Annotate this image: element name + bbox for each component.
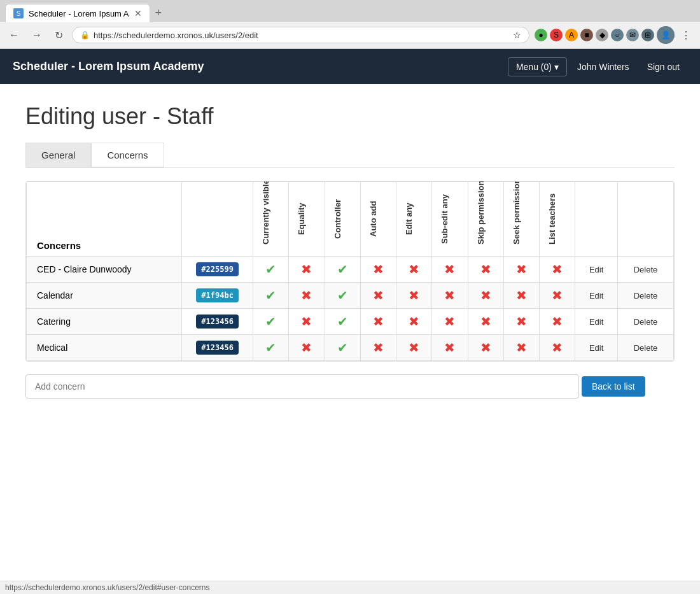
cross-icon: ✖ — [552, 341, 563, 355]
cross-icon: ✖ — [301, 315, 312, 329]
edit-cell: Edit — [575, 309, 618, 335]
extension-icon-6[interactable]: ✉ — [626, 29, 639, 41]
cross-icon: ✖ — [444, 288, 455, 302]
check-icon: ✔ — [337, 288, 348, 302]
cross-icon: ✖ — [516, 315, 527, 329]
cross-icon: ✖ — [409, 262, 419, 276]
new-tab-button[interactable]: + — [150, 4, 167, 22]
cross-cell: ✖ — [396, 309, 432, 335]
page-title: Editing user - Staff — [25, 103, 675, 130]
color-column-header — [182, 182, 253, 257]
edit-button[interactable]: Edit — [587, 316, 606, 328]
delete-cell: Delete — [617, 257, 673, 283]
chevron-down-icon: ▾ — [554, 62, 559, 72]
extension-icon-3[interactable]: ■ — [580, 29, 593, 41]
table-row: Medical#123456✔✖✔✖✖✖✖✖✖EditDelete — [27, 335, 674, 361]
check-cell: ✔ — [253, 283, 289, 309]
sign-out-button[interactable]: Sign out — [640, 58, 687, 76]
back-nav-button[interactable]: ← — [5, 27, 23, 43]
table-row: Calendar#1f94bc✔✖✔✖✖✖✖✖✖EditDelete — [27, 283, 674, 309]
tab-general[interactable]: General — [25, 143, 91, 167]
status-bar: https://schedulerdemo.xronos.uk/users/2/… — [0, 581, 700, 593]
tab-concerns[interactable]: Concerns — [91, 143, 164, 167]
cross-cell: ✖ — [468, 309, 503, 335]
extension-icon-5[interactable]: ○ — [611, 29, 624, 41]
cross-cell: ✖ — [289, 309, 325, 335]
check-cell: ✔ — [325, 283, 360, 309]
cross-cell: ✖ — [432, 257, 468, 283]
more-options-button[interactable]: ⋮ — [677, 27, 695, 44]
check-cell: ✔ — [253, 309, 289, 335]
back-to-list-button[interactable]: Back to list — [582, 376, 645, 397]
profile-icon[interactable]: ● — [535, 29, 547, 41]
cross-cell: ✖ — [503, 309, 539, 335]
cross-cell: ✖ — [432, 283, 468, 309]
star-icon[interactable]: ☆ — [513, 30, 521, 40]
tab-title: Scheduler - Lorem Ipsum A — [29, 9, 129, 18]
user-profile-icon[interactable]: 👤 — [657, 26, 675, 44]
col-header-equality: Equality — [294, 187, 309, 251]
tab-close-icon[interactable]: ✕ — [134, 8, 142, 18]
cross-cell: ✖ — [360, 335, 396, 361]
col-header-currently-visible: Currently visible — [258, 187, 273, 251]
delete-button[interactable]: Delete — [631, 342, 661, 354]
active-tab[interactable]: S Scheduler - Lorem Ipsum A ✕ — [5, 4, 150, 22]
cross-cell: ✖ — [289, 257, 325, 283]
cross-cell: ✖ — [503, 335, 539, 361]
col-header-seek-permission: Seek permission — [509, 187, 524, 251]
cross-cell: ✖ — [396, 257, 432, 283]
cross-cell: ✖ — [432, 335, 468, 361]
table-row: CED - Claire Dunwoody#225599✔✖✔✖✖✖✖✖✖Edi… — [27, 257, 674, 283]
concern-name: Medical — [27, 335, 182, 361]
cross-cell: ✖ — [360, 257, 396, 283]
edit-cell: Edit — [575, 283, 618, 309]
cross-cell: ✖ — [289, 283, 325, 309]
edit-button[interactable]: Edit — [587, 342, 606, 354]
check-cell: ✔ — [253, 335, 289, 361]
concern-name: CED - Claire Dunwoody — [27, 257, 182, 283]
cross-icon: ✖ — [373, 315, 384, 329]
menu-button[interactable]: Menu (0) ▾ — [508, 57, 567, 76]
cross-cell: ✖ — [468, 257, 503, 283]
col-header-list-teachers: List teachers — [545, 187, 559, 251]
check-icon: ✔ — [265, 315, 276, 329]
lock-icon: 🔒 — [80, 31, 90, 39]
cross-cell: ✖ — [289, 335, 325, 361]
extension-icon-7[interactable]: ⊞ — [641, 29, 654, 41]
edit-button[interactable]: Edit — [587, 290, 606, 302]
delete-button[interactable]: Delete — [631, 264, 661, 276]
cross-icon: ✖ — [444, 262, 455, 276]
concern-color: #1f94bc — [182, 283, 253, 309]
menu-label: Menu (0) — [516, 62, 552, 72]
delete-cell: Delete — [617, 283, 673, 309]
extension-icon-4[interactable]: ◆ — [596, 29, 608, 41]
cross-icon: ✖ — [409, 315, 419, 329]
cross-icon: ✖ — [444, 341, 455, 355]
add-concern-input[interactable] — [25, 374, 579, 399]
extension-icon-1[interactable]: S — [550, 29, 563, 41]
col-header-auto-add: Auto add — [366, 187, 381, 251]
concern-name: Catering — [27, 309, 182, 335]
cross-icon: ✖ — [516, 341, 527, 355]
delete-button[interactable]: Delete — [631, 316, 661, 328]
cross-icon: ✖ — [516, 262, 527, 276]
cross-cell: ✖ — [540, 335, 575, 361]
concerns-table: Concerns Currently visible Equality Cont… — [26, 181, 674, 361]
app-header: Scheduler - Lorem Ipsum Academy Menu (0)… — [0, 49, 700, 84]
forward-nav-button[interactable]: → — [28, 27, 46, 43]
address-bar[interactable]: 🔒 https://schedulerdemo.xronos.uk/users/… — [72, 27, 529, 43]
extension-icon-2[interactable]: A — [565, 29, 578, 41]
reload-button[interactable]: ↻ — [51, 27, 67, 44]
cross-icon: ✖ — [516, 288, 527, 302]
url-text: https://schedulerdemo.xronos.uk/users/2/… — [94, 31, 509, 40]
check-cell: ✔ — [325, 309, 360, 335]
delete-button[interactable]: Delete — [631, 290, 661, 302]
cross-cell: ✖ — [360, 309, 396, 335]
edit-button[interactable]: Edit — [587, 264, 606, 276]
table-row: Catering#123456✔✖✔✖✖✖✖✖✖EditDelete — [27, 309, 674, 335]
col-header-controller: Controller — [330, 187, 345, 251]
actions-column-header-2 — [617, 182, 673, 257]
page-content: Editing user - Staff General Concerns Co… — [0, 84, 700, 593]
col-header-skip-permissions: Skip permissions — [473, 187, 488, 251]
concerns-table-container: Concerns Currently visible Equality Cont… — [25, 181, 675, 362]
